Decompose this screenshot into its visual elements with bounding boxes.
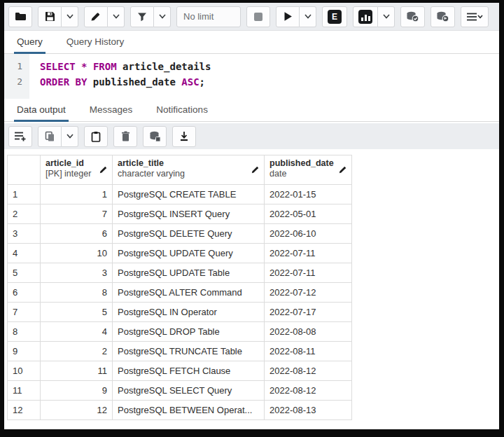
cell-article-title[interactable]: PostgreSQL IN Operator	[113, 303, 265, 322]
cell-published-date[interactable]: 2022-08-12	[265, 381, 352, 401]
line-number: 1	[4, 59, 22, 74]
tab-query-history[interactable]: Query History	[64, 31, 127, 54]
row-number-cell[interactable]: 4	[8, 244, 41, 263]
sql-line[interactable]: ORDER BY published_date ASC;	[40, 74, 211, 90]
tab-notifications[interactable]: Notifications	[153, 99, 211, 122]
cell-article-title[interactable]: PostgreSQL CREATE TABLE	[113, 185, 265, 204]
explain-analyze-button-group	[353, 6, 395, 27]
cell-article-title[interactable]: PostgreSQL SELECT Query	[113, 381, 265, 401]
cell-article-title[interactable]: PostgreSQL INSERT Query	[113, 204, 265, 224]
edit-dropdown-button[interactable]	[108, 6, 125, 27]
cell-article-title[interactable]: PostgreSQL UPDATE Table	[113, 263, 265, 283]
row-number-cell[interactable]: 8	[8, 322, 41, 342]
delete-row-button[interactable]	[113, 126, 137, 147]
column-header-published-date[interactable]: published_date date	[265, 155, 352, 185]
tab-data-output[interactable]: Data output	[14, 99, 69, 122]
open-file-button[interactable]	[8, 6, 32, 27]
sql-line[interactable]: SELECT * FROM article_details	[40, 59, 211, 74]
cell-published-date[interactable]: 2022-07-17	[265, 303, 352, 322]
cell-article-id[interactable]: 3	[41, 263, 113, 283]
filter-dropdown-button[interactable]	[154, 6, 171, 27]
save-data-changes-icon	[149, 131, 161, 142]
edit-column-icon[interactable]	[339, 165, 347, 176]
tab-messages[interactable]: Messages	[87, 99, 136, 122]
filter-button[interactable]	[130, 6, 154, 27]
sql-code[interactable]: SELECT * FROM article_detailsORDER BY pu…	[29, 54, 211, 99]
cell-article-id[interactable]: 4	[41, 322, 113, 342]
explain-analyze-button[interactable]	[353, 6, 378, 27]
cell-article-title[interactable]: PostgreSQL ALTER Command	[113, 283, 265, 303]
header-row: article_id [PK] integer article_title ch…	[8, 155, 352, 185]
cell-published-date[interactable]: 2022-07-12	[265, 283, 352, 303]
execute-dropdown-button[interactable]	[300, 6, 316, 27]
cell-published-date[interactable]: 2022-07-11	[265, 263, 352, 283]
select-all-corner[interactable]	[8, 155, 41, 185]
table-row: 1212PostgreSQL BETWEEN Operat...2022-08-…	[8, 401, 352, 420]
cell-published-date[interactable]: 2022-05-01	[265, 204, 352, 224]
row-number-cell[interactable]: 3	[8, 224, 41, 244]
cell-published-date[interactable]: 2022-08-12	[265, 361, 352, 381]
cell-article-id[interactable]: 7	[41, 204, 113, 224]
save-button-group	[38, 6, 78, 27]
row-number-cell[interactable]: 10	[8, 361, 41, 381]
paste-button[interactable]	[84, 126, 108, 147]
table-row: 11PostgreSQL CREATE TABLE2022-01-15	[8, 185, 352, 204]
cell-article-id[interactable]: 2	[41, 342, 113, 361]
rollback-button[interactable]	[430, 6, 455, 27]
cell-article-id[interactable]: 11	[41, 361, 113, 381]
table-row: 1011PostgreSQL FETCH Clause2022-08-12	[8, 361, 352, 381]
cancel-query-button[interactable]	[246, 6, 270, 27]
cell-published-date[interactable]: 2022-01-15	[265, 185, 352, 204]
cell-published-date[interactable]: 2022-08-08	[265, 322, 352, 342]
cell-article-id[interactable]: 5	[41, 303, 113, 322]
edit-column-icon[interactable]	[99, 165, 108, 176]
row-number-cell[interactable]: 7	[8, 303, 41, 322]
row-number-cell[interactable]: 11	[8, 381, 41, 401]
save-data-changes-button[interactable]	[143, 126, 167, 147]
cell-article-title[interactable]: PostgreSQL TRUNCATE Table	[113, 342, 265, 361]
cell-published-date[interactable]: 2022-08-11	[265, 342, 352, 361]
commit-button[interactable]	[400, 6, 425, 27]
cell-article-title[interactable]: PostgreSQL DROP Table	[113, 322, 265, 342]
row-number-cell[interactable]: 5	[8, 263, 41, 283]
save-button[interactable]	[38, 6, 62, 27]
copy-button[interactable]	[38, 126, 62, 147]
edit-button[interactable]	[84, 6, 108, 27]
cell-article-id[interactable]: 12	[41, 401, 113, 420]
cell-published-date[interactable]: 2022-08-13	[265, 401, 352, 420]
row-number-cell[interactable]: 12	[8, 401, 41, 420]
row-number-cell[interactable]: 9	[8, 342, 41, 361]
cell-article-title[interactable]: PostgreSQL DELETE Query	[113, 224, 265, 244]
save-dropdown-button[interactable]	[62, 6, 78, 27]
explain-analyze-dropdown-button[interactable]	[378, 6, 395, 27]
table-row: 27PostgreSQL INSERT Query2022-05-01	[8, 204, 352, 224]
cell-article-id[interactable]: 1	[41, 185, 113, 204]
row-number-cell[interactable]: 6	[8, 283, 41, 303]
cell-article-id[interactable]: 9	[41, 381, 113, 401]
copy-dropdown-button[interactable]	[62, 126, 78, 147]
cell-article-id[interactable]: 10	[41, 244, 113, 263]
line-number: 2	[4, 74, 22, 90]
cell-article-id[interactable]: 6	[41, 224, 113, 244]
row-number-cell[interactable]: 1	[8, 185, 41, 204]
explain-button[interactable]: E	[322, 6, 347, 27]
edit-column-icon[interactable]	[251, 165, 260, 176]
column-header-article-id[interactable]: article_id [PK] integer	[41, 155, 113, 185]
results-rows: 11PostgreSQL CREATE TABLE2022-01-1527Pos…	[8, 185, 352, 420]
download-csv-button[interactable]	[172, 126, 196, 147]
row-number-cell[interactable]: 2	[8, 204, 41, 224]
cell-article-title[interactable]: PostgreSQL FETCH Clause	[113, 361, 265, 381]
cell-published-date[interactable]: 2022-07-11	[265, 244, 352, 263]
cell-article-title[interactable]: PostgreSQL UPDATE Query	[113, 244, 265, 263]
cell-article-title[interactable]: PostgreSQL BETWEEN Operat...	[113, 401, 265, 420]
add-row-button[interactable]	[8, 126, 32, 147]
execute-button[interactable]	[276, 6, 300, 27]
row-limit-select[interactable]: No limit	[176, 6, 241, 27]
macros-menu-button[interactable]	[461, 6, 489, 27]
cell-published-date[interactable]: 2022-06-10	[265, 224, 352, 244]
cell-article-id[interactable]: 8	[41, 283, 113, 303]
chevron-down-icon	[383, 14, 390, 19]
column-header-article-title[interactable]: article_title character varying	[113, 155, 265, 185]
sql-editor[interactable]: 12 SELECT * FROM article_detailsORDER BY…	[4, 54, 499, 99]
tab-query[interactable]: Query	[14, 31, 46, 54]
